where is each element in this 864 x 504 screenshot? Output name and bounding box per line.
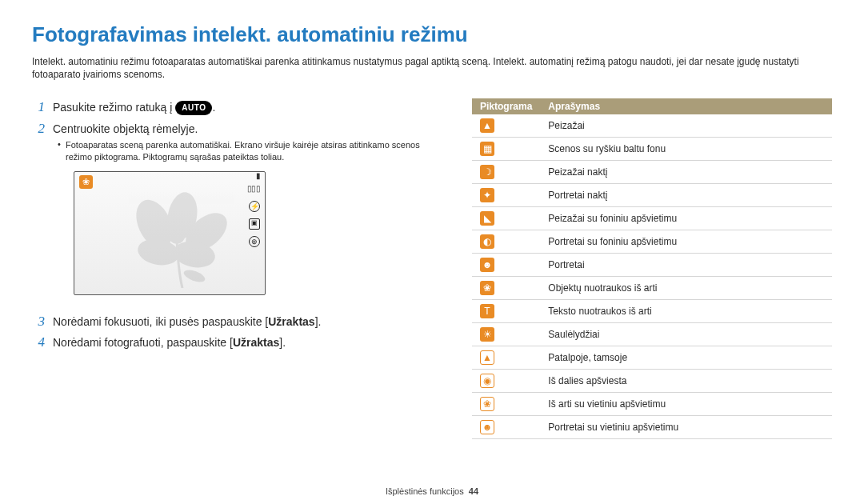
- step-3-text-b: ].: [315, 315, 322, 328]
- step-1-num: 1: [32, 98, 45, 116]
- table-row: ❀Objektų nuotraukos iš arti: [472, 277, 832, 300]
- step-4-bold: Užraktas: [233, 336, 279, 349]
- step-3: 3 Norėdami fokusuoti, iki pusės paspausk…: [32, 313, 432, 330]
- battery-icon: ▮ ▯▯▯: [246, 171, 260, 195]
- step-1: 1 Pasukite režimo ratuką į AUTO.: [32, 98, 432, 116]
- auto-mode-badge: AUTO: [175, 101, 212, 115]
- scene-label: Iš arti su vietiniu apšvietimu: [540, 393, 832, 416]
- step-4-text-b: ].: [279, 336, 286, 349]
- step-4-num: 4: [32, 334, 45, 351]
- table-row: ◣Peizažai su foniniu apšvietimu: [472, 207, 832, 230]
- scene-label: Peizažai su foniniu apšvietimu: [540, 207, 832, 230]
- left-column: 1 Pasukite režimo ratuką į AUTO. 2 Centr…: [32, 98, 432, 439]
- scene-icon: ☀: [480, 327, 494, 342]
- step-4-text-a: Norėdami fotografuoti, paspauskite [: [53, 336, 233, 349]
- table-row: ▦Scenos su ryškiu baltu fonu: [472, 138, 832, 161]
- table-row: ☻Portretai su vietiniu apšvietimu: [472, 416, 832, 439]
- scene-icon: ✦: [480, 188, 494, 202]
- scene-label: Patalpoje, tamsoje: [540, 346, 832, 370]
- scene-icon: ☽: [480, 165, 494, 179]
- camera-preview: ❀ ▮ ▯▯▯ ⚡ ▣ ⊕: [74, 171, 266, 295]
- zoom-icon: ⊕: [249, 236, 260, 247]
- flower-illustration: [106, 192, 238, 288]
- intro-text: Intelekt. automatiniu režimu fotoaparata…: [32, 55, 832, 81]
- card-icon: ▣: [249, 218, 260, 230]
- scene-icon: T: [480, 304, 494, 318]
- th-desc: Aprašymas: [540, 98, 832, 114]
- scene-label: Teksto nuotraukos iš arti: [540, 300, 832, 323]
- scene-label: Portretai naktį: [540, 184, 832, 207]
- step-2-num: 2: [32, 120, 45, 310]
- scene-icon: ☻: [480, 258, 494, 272]
- table-row: ✦Portretai naktį: [472, 184, 832, 207]
- th-icon: Piktograma: [472, 98, 540, 114]
- scene-icon: ❀: [480, 281, 494, 295]
- step-2-text: Centruokite objektą rėmelyje.: [53, 122, 198, 135]
- footer-section: Išplėstinės funkcijos: [386, 486, 464, 496]
- scene-label: Objektų nuotraukos iš arti: [540, 277, 832, 300]
- scene-label: Portretai su vietiniu apšvietimu: [540, 416, 832, 439]
- svg-point-6: [182, 267, 206, 284]
- scene-label: Peizažai naktį: [540, 161, 832, 184]
- step-2: 2 Centruokite objektą rėmelyje. Fotoapar…: [32, 120, 432, 310]
- step-3-num: 3: [32, 313, 45, 330]
- footer: Išplėstinės funkcijos 44: [0, 486, 864, 496]
- scene-label: Scenos su ryškiu baltu fonu: [540, 138, 832, 161]
- scene-icon: ❀: [480, 397, 494, 411]
- scene-label: Portretai su foniniu apšvietimu: [540, 230, 832, 254]
- scene-icon: ▦: [480, 142, 494, 156]
- scene-label: Iš dalies apšviesta: [540, 370, 832, 393]
- scene-icon: ▲: [480, 118, 494, 133]
- scene-icon: ◐: [480, 234, 494, 249]
- scene-label: Saulėlydžiai: [540, 323, 832, 346]
- step-3-text-a: Norėdami fokusuoti, iki pusės paspauskit…: [53, 315, 268, 328]
- step-4: 4 Norėdami fotografuoti, paspauskite [Už…: [32, 334, 432, 351]
- scene-icon: ◉: [480, 374, 494, 388]
- scene-icon: ▲: [480, 350, 494, 365]
- step-1-text-a: Pasukite režimo ratuką į: [53, 101, 175, 114]
- right-column: Piktograma Aprašymas ▲Peizažai▦Scenos su…: [472, 98, 832, 439]
- icon-table: Piktograma Aprašymas ▲Peizažai▦Scenos su…: [472, 98, 832, 439]
- scene-icon: ◣: [480, 211, 494, 226]
- table-row: ❀Iš arti su vietiniu apšvietimu: [472, 393, 832, 416]
- scene-label: Portretai: [540, 254, 832, 277]
- page-title: Fotografavimas intelekt. automatiniu rež…: [32, 22, 832, 47]
- table-row: ▲Patalpoje, tamsoje: [472, 346, 832, 370]
- table-row: ▲Peizažai: [472, 114, 832, 138]
- table-row: TTeksto nuotraukos iš arti: [472, 300, 832, 323]
- table-row: ☻Portretai: [472, 254, 832, 277]
- table-row: ☀Saulėlydžiai: [472, 323, 832, 346]
- step-3-bold: Užraktas: [268, 315, 314, 328]
- table-row: ◐Portretai su foniniu apšvietimu: [472, 230, 832, 254]
- footer-page: 44: [469, 486, 478, 496]
- scene-macro-icon: ❀: [79, 175, 93, 189]
- step-2-bullet: Fotoaparatas sceną parenka automatiškai.…: [58, 139, 432, 163]
- table-row: ☽Peizažai naktį: [472, 161, 832, 184]
- scene-label: Peizažai: [540, 114, 832, 138]
- flash-icon: ⚡: [249, 201, 260, 212]
- scene-icon: ☻: [480, 420, 494, 434]
- step-1-text-b: .: [212, 101, 215, 114]
- table-row: ◉Iš dalies apšviesta: [472, 370, 832, 393]
